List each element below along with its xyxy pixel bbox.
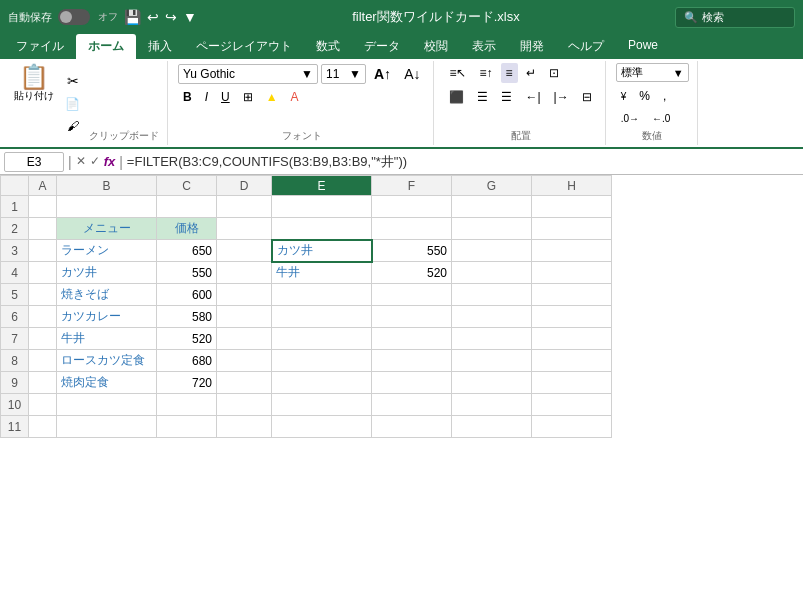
col-header-d[interactable]: D: [217, 176, 272, 196]
cell-e4[interactable]: 牛井: [272, 262, 372, 284]
row-header-4[interactable]: 4: [1, 262, 29, 284]
cell-h3[interactable]: [532, 240, 612, 262]
cell-f6[interactable]: [372, 306, 452, 328]
cell-d1[interactable]: [217, 196, 272, 218]
cell-f9[interactable]: [372, 372, 452, 394]
cell-g5[interactable]: [452, 284, 532, 306]
tab-page-layout[interactable]: ページレイアウト: [184, 34, 304, 59]
tab-formulas[interactable]: 数式: [304, 34, 352, 59]
row-header-11[interactable]: 11: [1, 416, 29, 438]
decimal-increase-button[interactable]: .0→: [616, 110, 644, 127]
cell-d8[interactable]: [217, 350, 272, 372]
indent-decrease-button[interactable]: ←|: [520, 87, 545, 107]
cell-b11[interactable]: [57, 416, 157, 438]
cell-h4[interactable]: [532, 262, 612, 284]
tab-insert[interactable]: 挿入: [136, 34, 184, 59]
font-selector[interactable]: Yu Gothic ▼: [178, 64, 318, 84]
tab-view[interactable]: 表示: [460, 34, 508, 59]
cell-b5[interactable]: 焼きそば: [57, 284, 157, 306]
copy-button[interactable]: 📄: [60, 94, 85, 114]
cell-c10[interactable]: [157, 394, 217, 416]
tab-file[interactable]: ファイル: [4, 34, 76, 59]
cell-b9[interactable]: 焼肉定食: [57, 372, 157, 394]
align-top-center-button[interactable]: ≡↑: [474, 63, 497, 83]
align-center-button[interactable]: ☰: [472, 87, 493, 107]
underline-button[interactable]: U: [216, 87, 235, 107]
cell-c4[interactable]: 550: [157, 262, 217, 284]
cell-b2[interactable]: メニュー: [57, 218, 157, 240]
cell-e1[interactable]: [272, 196, 372, 218]
cell-h2[interactable]: [532, 218, 612, 240]
cell-g10[interactable]: [452, 394, 532, 416]
cell-d4[interactable]: [217, 262, 272, 284]
row-header-8[interactable]: 8: [1, 350, 29, 372]
indent-increase-button[interactable]: |→: [549, 87, 574, 107]
cell-e2[interactable]: [272, 218, 372, 240]
cell-g9[interactable]: [452, 372, 532, 394]
customize-icon[interactable]: ▼: [183, 9, 197, 25]
increase-font-button[interactable]: A↑: [369, 63, 396, 85]
cell-g4[interactable]: [452, 262, 532, 284]
cell-f10[interactable]: [372, 394, 452, 416]
format-painter-button[interactable]: 🖌: [60, 116, 85, 136]
cell-b7[interactable]: 牛井: [57, 328, 157, 350]
cell-c9[interactable]: 720: [157, 372, 217, 394]
cell-d10[interactable]: [217, 394, 272, 416]
bold-button[interactable]: B: [178, 87, 197, 107]
cut-button[interactable]: ✂: [60, 70, 85, 92]
cell-c7[interactable]: 520: [157, 328, 217, 350]
tab-data[interactable]: データ: [352, 34, 412, 59]
merge-button[interactable]: ⊡: [544, 63, 564, 83]
cell-a9[interactable]: [29, 372, 57, 394]
cell-reference[interactable]: E3: [4, 152, 64, 172]
cell-f11[interactable]: [372, 416, 452, 438]
cell-b4[interactable]: カツ井: [57, 262, 157, 284]
tab-help[interactable]: ヘルプ: [556, 34, 616, 59]
decimal-decrease-button[interactable]: ←.0: [647, 110, 675, 127]
border-button[interactable]: ⊞: [238, 87, 258, 107]
currency-button[interactable]: ¥: [616, 88, 632, 105]
col-header-b[interactable]: B: [57, 176, 157, 196]
percent-button[interactable]: %: [634, 86, 655, 106]
formula-input[interactable]: [127, 154, 799, 169]
cell-f8[interactable]: [372, 350, 452, 372]
col-header-e[interactable]: E: [272, 176, 372, 196]
cell-h7[interactable]: [532, 328, 612, 350]
cell-b10[interactable]: [57, 394, 157, 416]
cell-e5[interactable]: [272, 284, 372, 306]
cell-a1[interactable]: [29, 196, 57, 218]
tab-review[interactable]: 校閲: [412, 34, 460, 59]
wrap-text-button[interactable]: ↵: [521, 63, 541, 83]
row-header-2[interactable]: 2: [1, 218, 29, 240]
cell-f2[interactable]: [372, 218, 452, 240]
cell-g3[interactable]: [452, 240, 532, 262]
col-header-g[interactable]: G: [452, 176, 532, 196]
paste-button[interactable]: 📋 貼り付け: [12, 63, 56, 143]
cell-e3[interactable]: カツ井: [272, 240, 372, 262]
cell-a2[interactable]: [29, 218, 57, 240]
italic-button[interactable]: I: [200, 87, 213, 107]
cell-e10[interactable]: [272, 394, 372, 416]
cell-e11[interactable]: [272, 416, 372, 438]
cell-d5[interactable]: [217, 284, 272, 306]
cell-b8[interactable]: ロースカツ定食: [57, 350, 157, 372]
cell-a3[interactable]: [29, 240, 57, 262]
cell-f1[interactable]: [372, 196, 452, 218]
tab-home[interactable]: ホーム: [76, 34, 136, 59]
col-header-h[interactable]: H: [532, 176, 612, 196]
search-box[interactable]: 🔍 検索: [675, 7, 795, 28]
undo-icon[interactable]: ↩: [147, 9, 159, 25]
cell-d9[interactable]: [217, 372, 272, 394]
tab-develop[interactable]: 開発: [508, 34, 556, 59]
row-header-10[interactable]: 10: [1, 394, 29, 416]
cell-e9[interactable]: [272, 372, 372, 394]
cell-f3[interactable]: 550: [372, 240, 452, 262]
fill-color-button[interactable]: ▲: [261, 87, 283, 107]
cell-a10[interactable]: [29, 394, 57, 416]
cell-b3[interactable]: ラーメン: [57, 240, 157, 262]
autosave-toggle[interactable]: [58, 9, 90, 25]
align-top-left-button[interactable]: ≡↖: [444, 63, 471, 83]
cell-b6[interactable]: カツカレー: [57, 306, 157, 328]
col-header-c[interactable]: C: [157, 176, 217, 196]
cell-b1[interactable]: [57, 196, 157, 218]
